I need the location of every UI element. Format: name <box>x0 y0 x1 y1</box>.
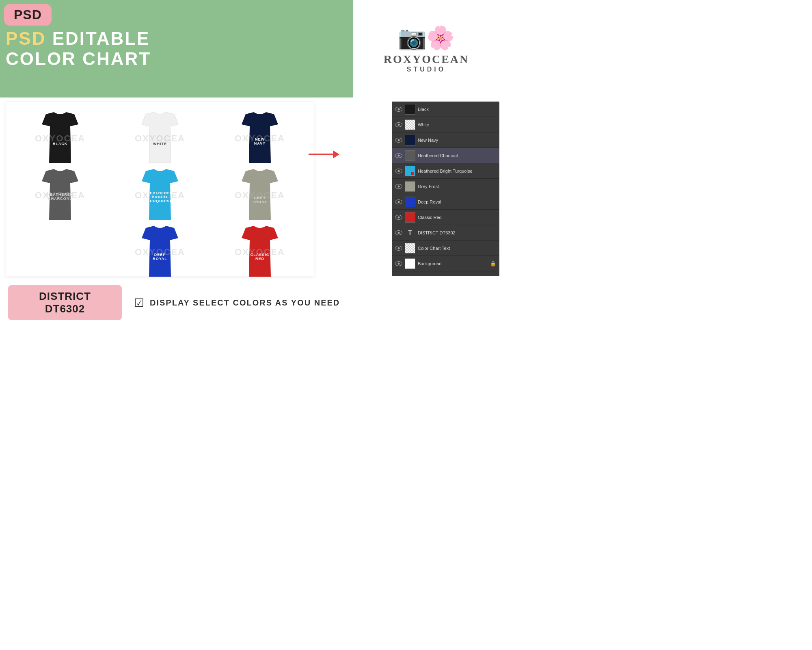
layer-thumb-heathered-bt <box>405 166 415 176</box>
layer-row-heathered-bt[interactable]: Heathered Bright Turquoise <box>392 163 499 179</box>
layer-name-district: DISTRICT DT6302 <box>418 230 496 235</box>
logo-area: 📷🌸 ROXYOCEAN STUDIO <box>353 0 499 98</box>
layer-thumb-classic-red <box>405 212 415 223</box>
eye-icon-new-navy[interactable] <box>395 138 402 143</box>
eye-icon-classic-red[interactable] <box>395 215 402 220</box>
layer-name-grey-frost: Grey Frost <box>418 184 496 189</box>
shirt-shape-deep-royal: DEEPROYAL <box>138 224 182 281</box>
layer-name-white: White <box>418 122 496 127</box>
psd-badge-label: PSD <box>14 7 42 22</box>
t-icon-district: T <box>405 228 415 238</box>
layer-name-classic-red: Classic Red <box>418 215 496 220</box>
shirt-card: BLACK OXYOCEA WHITE OXYOCEA NEWNAVY OXYO… <box>6 102 314 276</box>
layer-name-heathered-bt: Heathered Bright Turquoise <box>418 169 496 173</box>
shirt-item-grey-frost: GREYFROST OXYOCEA <box>210 167 310 224</box>
layer-name-new-navy: New Navy <box>418 138 496 143</box>
shirt-label-grey-frost: GREYFROST <box>253 196 267 204</box>
shirt-item-white: WHITE OXYOCEA <box>110 110 210 167</box>
display-text-area: ☑ DISPLAY SELECT COLORS AS YOU NEED <box>134 296 340 310</box>
shirt-label-black: BLACK <box>53 142 68 146</box>
eye-icon-black[interactable] <box>395 107 402 112</box>
layer-thumb-white <box>405 119 415 130</box>
district-badge: DISTRICT DT6302 <box>8 285 122 320</box>
layer-thumb-color-chart-text <box>405 243 415 254</box>
logo-name: ROXYOCEAN <box>384 53 469 66</box>
layer-thumb-black <box>405 104 415 115</box>
layer-thumb-background <box>405 258 415 269</box>
shirt-label-classic-red: CLASSICRED <box>251 253 270 261</box>
shirt-label-white: WHITE <box>153 142 167 146</box>
eye-icon-background[interactable] <box>395 261 402 266</box>
shirt-shape-heathered-bt: HEATHEREDBRIGHTTURQUOISE <box>138 167 182 224</box>
shirt-shape-classic-red: CLASSICRED <box>238 224 282 281</box>
layer-row-heathered-charcoal[interactable]: Heathered Charcoal <box>392 148 499 163</box>
layer-name-black: Black <box>418 107 496 112</box>
district-text: DISTRICT DT6302 <box>24 290 106 315</box>
shirt-item-black: BLACK OXYOCEA <box>10 110 110 167</box>
layer-thumb-deep-royal <box>405 197 415 207</box>
layer-row-classic-red[interactable]: Classic Red <box>392 210 499 225</box>
header-line2: COLOR CHART <box>6 49 151 69</box>
eye-icon-district[interactable] <box>395 230 402 235</box>
district-line1: DISTRICT <box>39 290 91 302</box>
header-line1: PSD EDITABLE <box>6 28 151 49</box>
shirt-label-heathered-bt: HEATHEREDBRIGHTTURQUOISE <box>147 191 173 204</box>
eye-icon-heathered-bt[interactable] <box>395 169 402 173</box>
shirt-item-heathered-charcoal: HEATHEREDCHARCOAL OXYOCEA <box>10 167 110 224</box>
eye-icon-heathered-charcoal[interactable] <box>395 153 402 158</box>
layer-name-deep-royal: Deep Royal <box>418 199 496 204</box>
shirt-item-new-navy: NEWNAVY OXYOCEA <box>210 110 310 167</box>
district-line2: DT6302 <box>45 303 85 315</box>
layer-thumb-heathered-charcoal <box>405 150 415 161</box>
arrow-shaft <box>309 154 333 155</box>
layer-row-grey-frost[interactable]: Grey Frost <box>392 179 499 194</box>
logo-studio: STUDIO <box>407 66 446 73</box>
shirt-label-deep-royal: DEEPROYAL <box>153 253 167 261</box>
arrow-container <box>309 150 339 158</box>
header-text: PSD EDITABLE COLOR CHART <box>6 28 151 69</box>
shirt-shape-grey-frost: GREYFROST <box>238 167 282 224</box>
layer-row-deep-royal[interactable]: Deep Royal <box>392 194 499 210</box>
layer-thumb-grey-frost <box>405 181 415 192</box>
shirt-item-deep-royal: DEEPROYAL OXYOCEA <box>110 224 210 281</box>
layer-row-color-chart-text[interactable]: Color Chart Text <box>392 240 499 256</box>
shirt-item-heathered-bt: HEATHEREDBRIGHTTURQUOISE OXYOCEA <box>110 167 210 224</box>
eye-icon-deep-royal[interactable] <box>395 199 402 204</box>
arrow-head <box>333 150 339 158</box>
shirt-item-empty <box>10 224 110 281</box>
display-label: DISPLAY SELECT COLORS AS YOU NEED <box>150 298 340 308</box>
checkbox-icon: ☑ <box>134 296 144 310</box>
layer-thumb-new-navy <box>405 135 415 145</box>
shirt-shape-new-navy: NEWNAVY <box>238 110 282 167</box>
arrow-line <box>309 150 339 158</box>
shirt-shape-heathered-charcoal: HEATHEREDCHARCOAL <box>38 167 82 224</box>
eye-icon-color-chart-text[interactable] <box>395 246 402 251</box>
layer-name-color-chart-text: Color Chart Text <box>418 246 496 251</box>
shirt-item-classic-red: CLASSICRED OXYOCEA <box>210 224 310 281</box>
header-rest: EDITABLE <box>46 28 150 48</box>
shirt-label-heathered-charcoal: HEATHEREDCHARCOAL <box>47 193 73 201</box>
layer-name-heathered-charcoal: Heathered Charcoal <box>418 153 496 158</box>
layer-row-black[interactable]: Black <box>392 102 499 117</box>
layer-row-background[interactable]: Background 🔒 <box>392 256 499 271</box>
layers-panel: Black White New Navy Heathered Charcoal <box>392 102 499 276</box>
eye-icon-grey-frost[interactable] <box>395 184 402 189</box>
psd-badge: PSD <box>4 4 52 26</box>
eye-icon-white[interactable] <box>395 122 402 127</box>
lock-icon: 🔒 <box>490 261 496 266</box>
layer-row-district[interactable]: T DISTRICT DT6302 <box>392 225 499 240</box>
shirt-shape-black: BLACK <box>38 110 82 167</box>
bottom-section: DISTRICT DT6302 ☑ DISPLAY SELECT COLORS … <box>0 280 499 325</box>
layer-row-new-navy[interactable]: New Navy <box>392 132 499 148</box>
layer-row-white[interactable]: White <box>392 117 499 132</box>
shirt-label-new-navy: NEWNAVY <box>254 138 266 146</box>
shirt-shape-white: WHITE <box>138 110 182 167</box>
layer-name-background: Background <box>418 261 488 266</box>
header-psd-word: PSD <box>6 28 46 48</box>
camera-icon: 📷🌸 <box>398 24 455 51</box>
